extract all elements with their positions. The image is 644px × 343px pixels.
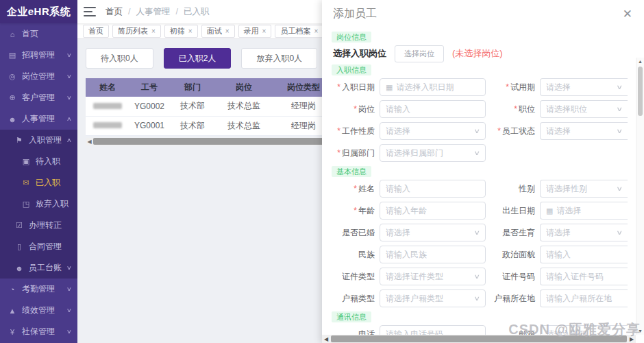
emp-status-select[interactable]: 请选择∨ — [540, 122, 628, 140]
modal-vscrollbar-thumb[interactable] — [638, 67, 643, 116]
chevron-up-icon: ∧ — [66, 137, 72, 143]
sidebar-item-ledger[interactable]: ☻员工台账∨ — [0, 257, 77, 279]
onboarding-icon: ⚑ — [14, 136, 24, 145]
hire-date-input[interactable]: ▦请选择入职日期 — [380, 78, 486, 96]
tag-home[interactable]: 首页 — [83, 25, 109, 38]
birth-date-label: 出生日期 — [502, 206, 535, 215]
sidebar-item-hr[interactable]: ☻人事管理∧ — [0, 108, 77, 130]
redacted-name — [93, 103, 122, 109]
work-nature-select[interactable]: 请选择∨ — [380, 122, 486, 140]
hukou-place-label: 户籍所在地 — [494, 294, 535, 303]
cell-department: 技术部 — [169, 116, 216, 135]
sidebar-item-onboarded[interactable]: ✉已入职 — [0, 172, 77, 193]
chevron-down-icon: ∨ — [474, 295, 481, 302]
birth-date-input[interactable]: ▦请选择 — [540, 202, 628, 220]
close-icon[interactable]: × — [262, 27, 267, 35]
id-type-field-group: 证件类型请选择证件类型∨ — [332, 268, 488, 285]
scroll-down-icon[interactable]: ▼ — [636, 329, 644, 333]
onboard-info-row: *入职日期▦请选择入职日期*试用期请选择∨ — [332, 78, 628, 96]
placeholder: 请输入证件号码 — [546, 271, 604, 283]
name-input[interactable]: 请输入 — [380, 180, 486, 198]
name-label: 姓名 — [358, 184, 375, 193]
sidebar-item-customer[interactable]: ⊕客户管理∨ — [0, 87, 77, 108]
table-scrollbar-thumb[interactable] — [93, 138, 324, 145]
tag-screening[interactable]: 初筛× — [164, 25, 198, 38]
placeholder: 请选择 — [546, 82, 571, 93]
married-select[interactable]: 请选择∨ — [380, 224, 486, 241]
sidebar-item-abandoned[interactable]: ◳放弃入职 — [0, 193, 77, 215]
sidebar-item-recruitment[interactable]: ▤招聘管理∨ — [0, 45, 77, 66]
probation-select[interactable]: 请选择∨ — [540, 78, 628, 96]
hukou-place-input[interactable]: 请输入户籍所在地 — [540, 289, 628, 307]
sidebar-item-performance[interactable]: ▲绩效管理∨ — [0, 300, 77, 321]
id-number-input[interactable]: 请输入证件号码 — [540, 268, 628, 285]
tag-resume-list[interactable]: 简历列表× — [112, 25, 161, 38]
tag-employee-file[interactable]: 员工档案× — [275, 25, 323, 38]
chevron-up-icon: ∧ — [66, 116, 72, 122]
contract-icon: ▯ — [14, 242, 24, 251]
table-horizontal-scrollbar[interactable]: ◀ — [86, 138, 324, 145]
tab-abandoned[interactable]: 放弃入职0人 — [241, 48, 317, 69]
tag-interview[interactable]: 面试× — [201, 25, 235, 38]
close-icon[interactable]: ✕ — [623, 8, 632, 20]
political-field-group: 政治面貌请输入 — [488, 246, 628, 263]
tag-hire[interactable]: 录用× — [238, 25, 272, 38]
gender-label: 性别 — [519, 184, 535, 193]
close-icon[interactable]: × — [225, 27, 230, 35]
ethnicity-label: 民族 — [358, 250, 375, 259]
sidebar-item-label: 办理转正 — [29, 220, 62, 231]
close-icon[interactable]: × — [314, 27, 318, 35]
sidebar-item-regularization[interactable]: ☑办理转正 — [0, 215, 77, 236]
breadcrumb-home[interactable]: 首页 — [106, 6, 123, 18]
sidebar-item-social[interactable]: ¥社保管理∨ — [0, 321, 77, 342]
scroll-right-icon[interactable]: ▶ — [628, 336, 636, 342]
regularization-icon: ☑ — [14, 221, 24, 230]
sidebar-item-onboarding[interactable]: ⚑入职管理∧ — [0, 130, 77, 151]
sidebar-item-pending[interactable]: ▣待入职 — [0, 151, 77, 172]
field-label: 出生日期 — [488, 205, 540, 217]
chevron-down-icon: ∨ — [617, 185, 623, 192]
tag-label: 初筛 — [170, 26, 185, 36]
ethnicity-field-group: 民族请输入民族 — [332, 246, 488, 263]
close-icon[interactable]: × — [188, 27, 193, 35]
modal-hscrollbar-thumb[interactable] — [331, 335, 627, 342]
position-not-selected-hint: (未选择岗位) — [452, 47, 503, 60]
sidebar-item-position[interactable]: ◎岗位管理∨ — [0, 66, 77, 87]
app-logo: 企业eHR系统 — [0, 0, 77, 23]
hukou-type-select[interactable]: 请选择户籍类型∨ — [380, 289, 486, 307]
select-position-button[interactable]: 选择岗位 — [395, 45, 444, 62]
recruitment-icon: ▤ — [8, 51, 17, 60]
id-type-select[interactable]: 请选择证件类型∨ — [380, 268, 486, 285]
scroll-up-icon[interactable]: ▲ — [636, 59, 644, 64]
chevron-down-icon: ∨ — [617, 84, 623, 91]
gender-select[interactable]: 请选择性别∨ — [540, 180, 628, 198]
sidebar-item-attendance[interactable]: ◔考勤管理∨ — [0, 279, 77, 300]
age-input[interactable]: 请输入年龄 — [380, 202, 486, 220]
fertility-select[interactable]: 请选择∨ — [540, 224, 628, 241]
ethnicity-input[interactable]: 请输入民族 — [380, 246, 486, 263]
required-asterisk: * — [354, 206, 357, 215]
sidebar-item-contract[interactable]: ▯合同管理 — [0, 236, 77, 257]
toolbar-tabs: 待入职0人已入职2人放弃入职0人 — [86, 48, 317, 69]
chevron-down-icon: ∨ — [474, 273, 481, 280]
field-label: *岗位 — [332, 104, 380, 115]
chevron-down-icon: ∨ — [66, 329, 72, 335]
scroll-left-icon[interactable]: ◀ — [86, 139, 93, 145]
tab-onboarded[interactable]: 已入职2人 — [164, 48, 232, 69]
tab-pending[interactable]: 待入职0人 — [86, 48, 153, 69]
department-field-group: *归属部门请选择归属部门∨ — [332, 144, 488, 162]
sidebar-toggle-icon[interactable] — [84, 7, 96, 16]
basic-info-row: 证件类型请选择证件类型∨证件号码请输入证件号码 — [332, 268, 628, 285]
modal-vertical-scrollbar[interactable]: ▲ ▼ — [636, 58, 644, 335]
job-title-select[interactable]: 请选择职位∨ — [540, 100, 628, 118]
political-input[interactable]: 请输入 — [540, 246, 628, 263]
sidebar-item-label: 入职管理 — [29, 134, 62, 146]
department-select[interactable]: 请选择归属部门∨ — [380, 144, 486, 162]
modal-horizontal-scrollbar[interactable]: ◀ ▶ — [322, 335, 636, 343]
field-label: 性别 — [488, 183, 540, 195]
close-icon[interactable]: × — [151, 27, 156, 35]
sidebar-item-home[interactable]: ⌂首页 — [0, 23, 77, 45]
sidebar-item-label: 人事管理 — [22, 113, 55, 125]
scroll-left-icon[interactable]: ◀ — [322, 336, 330, 342]
post-input[interactable]: 请输入 — [380, 100, 486, 118]
